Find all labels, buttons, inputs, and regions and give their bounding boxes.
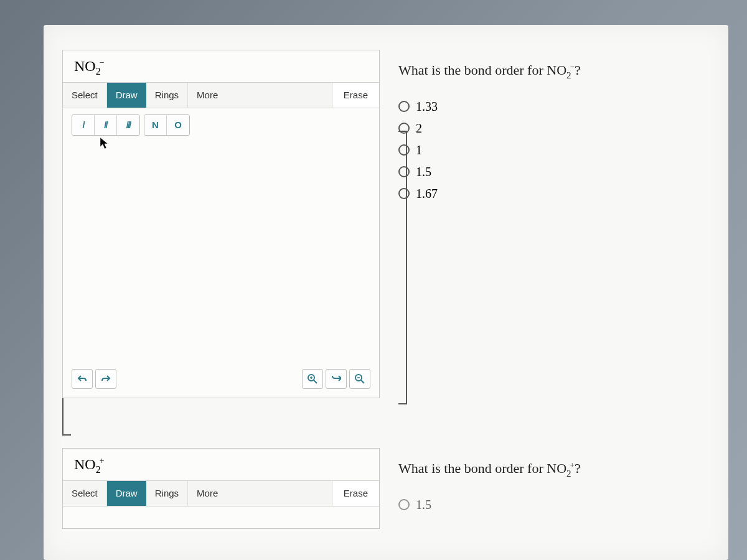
option-label: 1 [416,143,422,157]
nitrogen-button[interactable]: N [144,115,167,135]
option-1[interactable]: 1.33 [398,100,710,114]
radio-icon [398,188,410,199]
rings-tool[interactable]: Rings [146,481,188,506]
draw-tool[interactable]: Draw [107,481,146,506]
redo-button[interactable] [95,369,116,389]
more-tool[interactable]: More [188,83,227,108]
molecule-label-2: NO2+ [63,449,379,480]
zoom-out-button[interactable] [349,369,370,389]
option-4[interactable]: 1.5 [398,165,710,179]
rings-tool[interactable]: Rings [146,83,188,108]
radio-icon [398,144,410,156]
bottom-toolbar-1 [72,369,370,389]
option-3[interactable]: 1 [398,143,710,157]
option-2[interactable]: 2 [398,121,710,136]
option-label: 2 [416,121,422,136]
option-partial[interactable]: 1.5 [398,498,710,512]
structure-drawer-1: NO2− Select Draw Rings More Erase / // /… [62,50,380,398]
svg-line-1 [314,380,317,383]
double-bond-button[interactable]: // [95,115,117,135]
question-1-side: What is the bond order for NO2−? 1.33 2 … [398,50,710,398]
option-label: 1.67 [416,187,438,201]
triple-bond-button[interactable]: /// [117,115,139,135]
radio-icon [398,499,410,510]
question-2-row: NO2+ Select Draw Rings More Erase What i… [62,448,710,529]
svg-line-5 [361,380,364,383]
erase-tool[interactable]: Erase [332,83,379,108]
radio-icon [398,123,410,134]
select-tool[interactable]: Select [63,83,107,108]
undo-button[interactable] [72,369,93,389]
single-bond-button[interactable]: / [72,115,95,135]
radio-icon [398,101,410,112]
erase-tool[interactable]: Erase [332,481,379,506]
question-1-prompt: What is the bond order for NO2−? [398,62,710,81]
question-2-prompt: What is the bond order for NO2+? [398,460,710,479]
draw-tool[interactable]: Draw [107,83,146,108]
option-5[interactable]: 1.67 [398,187,710,201]
bond-toolbar-1: / // /// N O [63,108,379,142]
radio-icon [398,166,410,177]
toolbar-2: Select Draw Rings More Erase [63,480,379,506]
molecule-label-1: NO2− [63,50,379,82]
oxygen-button[interactable]: O [167,115,189,135]
more-tool[interactable]: More [188,481,227,506]
question-2-side: What is the bond order for NO2+? 1.5 [398,448,710,529]
option-label: 1.33 [416,100,438,114]
cursor-icon [100,137,110,151]
question-1-row: NO2− Select Draw Rings More Erase / // /… [62,50,710,398]
option-label: 1.5 [416,165,431,179]
option-label: 1.5 [416,498,431,512]
structure-drawer-2: NO2+ Select Draw Rings More Erase [62,448,380,529]
select-tool[interactable]: Select [63,481,107,506]
zoom-reset-button[interactable] [326,369,347,389]
toolbar-1: Select Draw Rings More Erase [63,82,379,108]
app-screen: NO2− Select Draw Rings More Erase / // /… [44,25,728,560]
zoom-in-button[interactable] [302,369,323,389]
